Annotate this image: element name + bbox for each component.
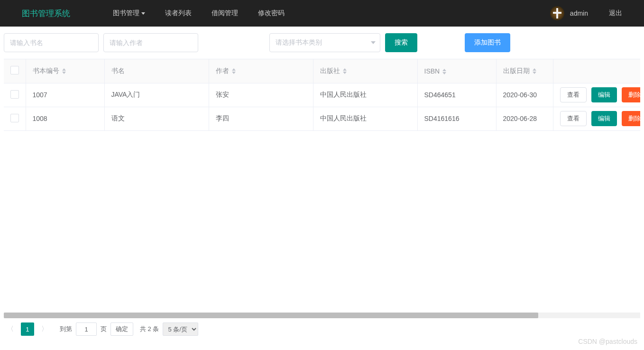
col-header-author[interactable]: 作者	[209, 59, 313, 83]
user-block: admin	[550, 6, 588, 20]
sort-icon	[343, 68, 347, 74]
add-book-button[interactable]: 添加图书	[465, 33, 510, 52]
page-size-select[interactable]: 5 条/页	[163, 322, 198, 336]
sort-icon	[533, 68, 536, 74]
chevron-down-icon	[371, 41, 376, 44]
col-header-publisher[interactable]: 出版社	[313, 59, 417, 83]
table-row: 1008 语文 李四 中国人民出版社 SD4161616 2020-06-28 …	[4, 107, 640, 130]
nav-borrow-manage[interactable]: 借阅管理	[212, 9, 238, 18]
goto-confirm-button[interactable]: 确定	[110, 322, 133, 336]
sort-icon	[442, 69, 446, 74]
col-header-name[interactable]: 书名	[104, 59, 209, 83]
view-button[interactable]: 查看	[560, 87, 587, 102]
delete-button[interactable]: 删除	[622, 111, 641, 126]
cell-name: JAVA入门	[104, 83, 209, 107]
category-placeholder: 请选择书本类别	[276, 38, 322, 47]
search-button[interactable]: 搜索	[385, 33, 417, 52]
page-number-button[interactable]: 1	[21, 322, 34, 336]
col-header-date[interactable]: 出版日期	[496, 59, 553, 83]
nav-book-manage[interactable]: 图书管理	[113, 9, 145, 18]
view-button[interactable]: 查看	[560, 111, 587, 126]
search-toolbar: 请选择书本类别 搜索 添加图书	[0, 27, 644, 59]
cell-author: 李四	[209, 107, 313, 130]
delete-button[interactable]: 删除	[622, 87, 641, 102]
col-header-isbn[interactable]: ISBN	[417, 59, 496, 83]
goto-label-prefix: 到第	[60, 325, 72, 333]
table-header-row: 书本编号 书名 作者 出版社 ISBN 出版日期	[4, 59, 640, 83]
chevron-left-icon: 〈	[7, 325, 14, 333]
sort-icon	[232, 68, 236, 74]
cell-publisher: 中国人民出版社	[313, 83, 417, 107]
horizontal-scrollbar[interactable]	[4, 311, 640, 319]
cell-isbn: SD4161616	[417, 107, 496, 130]
goto-label-suffix: 页	[101, 325, 107, 333]
table-row: 1007 JAVA入门 张安 中国人民出版社 SD464651 2020-06-…	[4, 83, 640, 107]
edit-button[interactable]: 编辑	[591, 87, 617, 102]
nav-menu: 图书管理 读者列表 借阅管理 修改密码	[113, 9, 285, 18]
sort-icon	[62, 68, 66, 74]
pagination: 〈 1 〉 到第 页 确定 共 2 条 5 条/页	[0, 319, 644, 340]
book-table: 书本编号 书名 作者 出版社 ISBN 出版日期 1007 JAVA入门 张安 …	[4, 59, 640, 131]
row-checkbox[interactable]	[10, 90, 19, 99]
book-title-input[interactable]	[4, 33, 99, 52]
avatar[interactable]	[550, 6, 564, 20]
prev-page-button[interactable]: 〈	[4, 322, 17, 336]
edit-button[interactable]: 编辑	[591, 111, 617, 126]
next-page-button[interactable]: 〉	[38, 322, 51, 336]
cell-date: 2020-06-28	[496, 107, 553, 130]
cell-name: 语文	[104, 107, 209, 130]
chevron-right-icon: 〉	[41, 325, 48, 333]
author-input[interactable]	[103, 33, 198, 52]
cell-id: 1007	[26, 83, 104, 107]
goto-page-input[interactable]	[76, 322, 97, 336]
category-select[interactable]: 请选择书本类别	[269, 33, 380, 52]
col-header-actions	[553, 59, 640, 83]
row-actions: 查看 编辑 删除	[560, 111, 641, 126]
cell-publisher: 中国人民出版社	[313, 107, 417, 130]
total-count-label: 共 2 条	[140, 325, 159, 333]
logout-link[interactable]: 退出	[609, 9, 622, 18]
nav-reader-list[interactable]: 读者列表	[165, 9, 192, 18]
username-label[interactable]: admin	[570, 9, 588, 17]
cell-date: 2020-06-30	[496, 83, 553, 107]
nav-right: admin 退出	[550, 6, 622, 20]
chevron-down-icon	[141, 12, 145, 15]
row-actions: 查看 编辑 删除	[560, 87, 641, 102]
app-brand: 图书管理系统	[22, 8, 70, 19]
row-checkbox[interactable]	[10, 114, 19, 122]
select-all-checkbox[interactable]	[10, 66, 19, 74]
col-header-id[interactable]: 书本编号	[26, 59, 104, 83]
nav-change-password[interactable]: 修改密码	[258, 9, 285, 18]
nav-book-manage-label: 图书管理	[113, 9, 139, 18]
top-navbar: 图书管理系统 图书管理 读者列表 借阅管理 修改密码 admin 退出	[0, 0, 644, 27]
cell-id: 1008	[26, 107, 104, 130]
cell-isbn: SD464651	[417, 83, 496, 107]
cell-author: 张安	[209, 83, 313, 107]
